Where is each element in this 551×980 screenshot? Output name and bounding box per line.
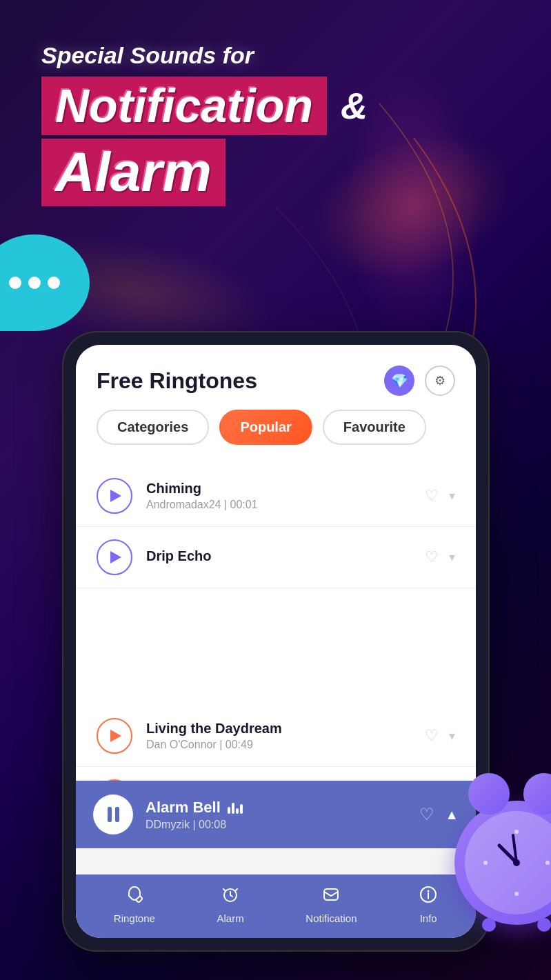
heart-now-playing[interactable]: ♡	[419, 805, 434, 824]
song-actions-2: ♡ ▾	[425, 548, 455, 566]
song-item: Chiming Andromadax24 | 00:01 ♡ ▾	[76, 466, 476, 527]
song-name-3: Living the Daydream	[146, 721, 411, 737]
song-meta-3: Dan O'Connor | 00:49	[146, 739, 411, 751]
dropdown-button-1[interactable]: ▾	[449, 488, 455, 503]
clock-face	[465, 811, 551, 914]
hero-line1-container: Notification &	[41, 77, 368, 135]
tab-favourite[interactable]: Favourite	[323, 410, 426, 445]
clock-bell-right	[523, 773, 551, 814]
app-header: Free Ringtones 💎 ⚙	[76, 345, 476, 410]
song-item: Drip Echo ♡ ▾	[76, 527, 476, 588]
audio-bar	[228, 807, 230, 814]
heart-button-1[interactable]: ♡	[425, 487, 439, 505]
play-button-3[interactable]	[97, 718, 132, 754]
ringtone-icon	[125, 885, 144, 909]
hero-alarm-word: Alarm	[41, 139, 226, 206]
song-info-1: Chiming Andromadax24 | 00:01	[146, 481, 411, 511]
nav-notification-label: Notification	[305, 912, 357, 924]
clock-body	[454, 801, 551, 925]
dropdown-button-2[interactable]: ▾	[449, 550, 455, 565]
app-title: Free Ringtones	[97, 368, 257, 394]
now-playing-info: Alarm Bell DDmyzik | 00:08	[146, 799, 407, 831]
clock-foot-left	[482, 918, 496, 932]
now-playing-title: Alarm Bell	[146, 799, 407, 817]
svg-point-4	[514, 830, 519, 834]
tab-categories[interactable]: Categories	[97, 410, 209, 445]
phone-screen: Free Ringtones 💎 ⚙ Categories Popular Fa…	[76, 345, 476, 938]
pause-bar-2	[115, 807, 119, 822]
hero-line2-container: Alarm	[41, 139, 368, 206]
play-triangle-icon	[110, 730, 121, 742]
pause-bar-1	[108, 807, 112, 822]
hero-subtitle: Special Sounds for	[41, 41, 368, 70]
song-meta-1: Andromadax24 | 00:01	[146, 499, 411, 511]
bubble-dot-3	[48, 277, 60, 289]
play-triangle-icon	[110, 551, 121, 563]
nav-ringtone[interactable]: Ringtone	[114, 885, 155, 924]
pause-button[interactable]	[93, 794, 133, 834]
nav-alarm-label: Alarm	[217, 912, 244, 924]
svg-point-6	[483, 861, 488, 865]
nav-alarm[interactable]: Alarm	[217, 885, 244, 924]
clock-foot-right	[537, 918, 551, 932]
clock-svg	[475, 821, 551, 904]
svg-point-7	[545, 861, 550, 865]
phone-mockup: Free Ringtones 💎 ⚙ Categories Popular Fa…	[62, 331, 490, 952]
song-item: Living the Daydream Dan O'Connor | 00:49…	[76, 706, 476, 767]
hero-ampersand: &	[341, 84, 368, 127]
header-icons: 💎 ⚙	[384, 366, 455, 396]
audio-bar	[236, 808, 239, 814]
heart-button-2[interactable]: ♡	[425, 548, 439, 566]
alarm-icon	[221, 885, 240, 909]
now-playing-meta: DDmyzik | 00:08	[146, 819, 407, 831]
clock-bell-left	[468, 773, 510, 814]
play-triangle-icon	[110, 490, 121, 502]
hero-text: Special Sounds for Notification & Alarm	[41, 41, 368, 206]
hero-notification-word: Notification	[41, 77, 327, 135]
song-list: Chiming Andromadax24 | 00:01 ♡ ▾ Drip Ec…	[76, 459, 476, 835]
now-playing-title-text: Alarm Bell	[146, 799, 221, 817]
svg-point-5	[514, 892, 519, 896]
play-button-2[interactable]	[97, 539, 132, 575]
song-info-3: Living the Daydream Dan O'Connor | 00:49	[146, 721, 411, 751]
song-actions-1: ♡ ▾	[425, 487, 455, 505]
play-button-1[interactable]	[97, 478, 132, 514]
nav-notification[interactable]: Notification	[305, 885, 357, 924]
clock-feet	[482, 918, 551, 932]
nav-ringtone-label: Ringtone	[114, 912, 155, 924]
tab-bar: Categories Popular Favourite	[76, 410, 476, 459]
nav-info[interactable]: Info	[419, 885, 438, 924]
nav-info-label: Info	[420, 912, 437, 924]
svg-rect-1	[324, 889, 338, 900]
dropdown-button-3[interactable]: ▾	[449, 728, 455, 743]
info-icon	[419, 885, 438, 909]
audio-bar	[240, 804, 243, 814]
bubble-dot-1	[9, 277, 21, 289]
svg-point-3	[428, 890, 430, 892]
song-name-1: Chiming	[146, 481, 411, 497]
heart-button-3[interactable]: ♡	[425, 727, 439, 745]
now-playing-bar: Alarm Bell DDmyzik | 00:08 ♡ ▲	[76, 781, 476, 848]
song-name-2: Drip Echo	[146, 548, 411, 564]
song-actions-3: ♡ ▾	[425, 727, 455, 745]
pause-icon	[108, 807, 119, 822]
audio-bar	[232, 803, 234, 814]
bottom-navigation: Ringtone Alarm	[76, 874, 476, 938]
settings-button[interactable]: ⚙	[425, 366, 455, 396]
bubble-dot-2	[28, 277, 41, 289]
diamond-button[interactable]: 💎	[384, 366, 414, 396]
notification-icon	[321, 885, 341, 909]
tab-popular[interactable]: Popular	[219, 410, 312, 445]
svg-point-10	[513, 859, 520, 866]
alarm-clock-decoration	[441, 759, 551, 925]
phone-frame: Free Ringtones 💎 ⚙ Categories Popular Fa…	[62, 331, 490, 952]
song-info-2: Drip Echo	[146, 548, 411, 566]
audio-bars-icon	[228, 801, 243, 814]
